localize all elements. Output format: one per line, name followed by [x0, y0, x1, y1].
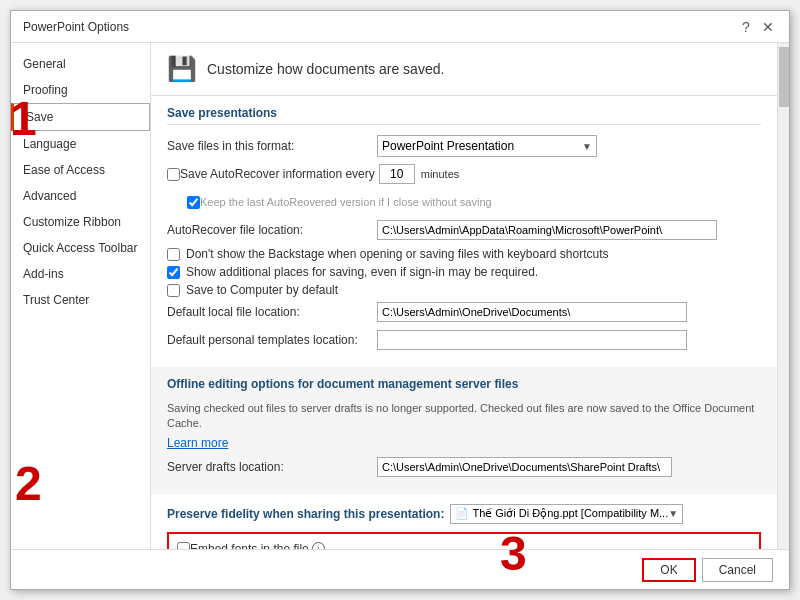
sidebar-item-language[interactable]: Language	[11, 131, 150, 157]
autorecover-location-input[interactable]	[377, 220, 717, 240]
dropdown-arrow-icon: ▼	[582, 141, 592, 152]
local-file-input[interactable]	[377, 302, 687, 322]
sidebar: General Proofing Save Language Ease of A…	[11, 43, 151, 549]
additional-places-label: Show additional places for saving, even …	[186, 265, 538, 279]
templates-row: Default personal templates location:	[167, 329, 761, 351]
embed-box: Embed fonts in the file i Embed only the…	[167, 532, 761, 549]
autorecover-location-label: AutoRecover file location:	[167, 223, 377, 237]
save-computer-label: Save to Computer by default	[186, 283, 338, 297]
autorecover-minutes-input[interactable]	[379, 164, 415, 184]
backstage-row: Don't show the Backstage when opening or…	[167, 247, 761, 261]
help-button[interactable]: ?	[737, 18, 755, 36]
save-presentations-header: Save presentations	[167, 106, 761, 125]
server-drafts-label: Server drafts location:	[167, 460, 377, 474]
additional-places-checkbox[interactable]	[167, 266, 180, 279]
offline-desc: Saving checked out files to server draft…	[167, 401, 761, 432]
sidebar-item-proofing[interactable]: Proofing	[11, 77, 150, 103]
sidebar-item-ease-access[interactable]: Ease of Access	[11, 157, 150, 183]
autorecover-location-row: AutoRecover file location:	[167, 219, 761, 241]
cancel-button[interactable]: Cancel	[702, 558, 773, 582]
sidebar-item-advanced[interactable]: Advanced	[11, 183, 150, 209]
keep-autorecover-row: Keep the last AutoReovered version if I …	[187, 191, 761, 213]
embed-fonts-row: Embed fonts in the file i	[177, 542, 751, 549]
title-bar: PowerPoint Options ? ✕	[11, 11, 789, 43]
sidebar-item-general[interactable]: General	[11, 51, 150, 77]
save-computer-checkbox[interactable]	[167, 284, 180, 297]
save-format-row: Save files in this format: PowerPoint Pr…	[167, 135, 761, 157]
embed-fonts-info-icon[interactable]: i	[312, 542, 325, 549]
preserve-dropdown[interactable]: 📄 Thế Giới Di Động.ppt [Compatibility M.…	[450, 504, 683, 524]
bottom-bar: OK Cancel	[11, 549, 789, 589]
ppt-file-name: Thế Giới Di Động.ppt [Compatibility M...	[472, 507, 668, 520]
preserve-dropdown-arrow-icon: ▼	[668, 508, 678, 519]
offline-section-header: Offline editing options for document man…	[167, 377, 761, 395]
content-header: 💾 Customize how documents are saved.	[151, 43, 777, 96]
autorecover-row: Save AutoRecover information every minut…	[167, 163, 761, 185]
autorecover-checkbox[interactable]	[167, 168, 180, 181]
sidebar-item-save[interactable]: Save	[11, 103, 150, 131]
local-file-row: Default local file location:	[167, 301, 761, 323]
save-format-label: Save files in this format:	[167, 139, 377, 153]
additional-places-row: Show additional places for saving, even …	[167, 265, 761, 279]
embed-fonts-label: Embed fonts in the file	[190, 542, 309, 549]
ok-button[interactable]: OK	[642, 558, 695, 582]
content-header-title: Customize how documents are saved.	[207, 61, 444, 77]
server-drafts-input[interactable]	[377, 457, 672, 477]
preserve-section: Preserve fidelity when sharing this pres…	[151, 494, 777, 549]
preserve-header-row: Preserve fidelity when sharing this pres…	[167, 504, 761, 524]
local-file-label: Default local file location:	[167, 305, 377, 319]
backstage-checkbox[interactable]	[167, 248, 180, 261]
save-presentations-section: Save presentations Save files in this fo…	[151, 96, 777, 367]
server-drafts-row: Server drafts location:	[167, 456, 761, 478]
scrollbar-thumb[interactable]	[779, 47, 789, 107]
dialog-body: General Proofing Save Language Ease of A…	[11, 43, 789, 549]
save-format-value: PowerPoint Presentation	[382, 139, 514, 153]
backstage-label: Don't show the Backstage when opening or…	[186, 247, 609, 261]
save-computer-row: Save to Computer by default	[167, 283, 761, 297]
templates-input[interactable]	[377, 330, 687, 350]
sidebar-item-trust-center[interactable]: Trust Center	[11, 287, 150, 313]
content-scroll[interactable]: Save presentations Save files in this fo…	[151, 96, 777, 549]
close-button[interactable]: ✕	[759, 18, 777, 36]
save-format-dropdown[interactable]: PowerPoint Presentation ▼	[377, 135, 597, 157]
templates-label: Default personal templates location:	[167, 333, 377, 347]
ppt-file-icon: 📄	[455, 507, 469, 520]
autorecover-label: Save AutoRecover information every	[180, 167, 375, 181]
embed-fonts-checkbox[interactable]	[177, 542, 190, 549]
title-bar-controls: ? ✕	[737, 18, 777, 36]
scrollbar[interactable]	[777, 43, 789, 549]
powerpoint-options-dialog: PowerPoint Options ? ✕ General Proofing …	[10, 10, 790, 590]
keep-autorecover-label: Keep the last AutoReovered version if I …	[200, 196, 492, 208]
sidebar-item-quick-access[interactable]: Quick Access Toolbar	[11, 235, 150, 261]
main-content: 💾 Customize how documents are saved. Sav…	[151, 43, 777, 549]
preserve-label: Preserve fidelity when sharing this pres…	[167, 507, 444, 521]
dialog-title: PowerPoint Options	[23, 20, 129, 34]
minutes-label: minutes	[421, 168, 460, 180]
learn-more-link[interactable]: Learn more	[167, 436, 228, 450]
save-icon: 💾	[167, 55, 197, 83]
sidebar-item-customize-ribbon[interactable]: Customize Ribbon	[11, 209, 150, 235]
title-bar-left: PowerPoint Options	[23, 20, 129, 34]
sidebar-item-add-ins[interactable]: Add-ins	[11, 261, 150, 287]
keep-autorecover-checkbox[interactable]	[187, 196, 200, 209]
offline-section: Offline editing options for document man…	[151, 367, 777, 494]
